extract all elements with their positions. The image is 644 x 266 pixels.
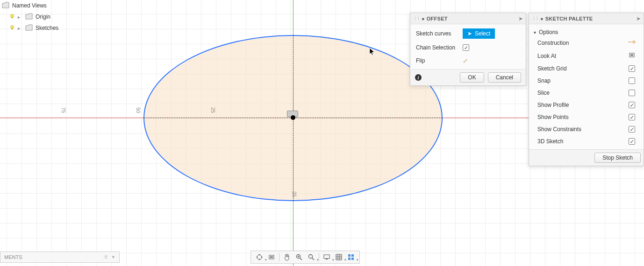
svg-point-0	[11, 14, 14, 17]
grid-settings-icon[interactable]	[333, 252, 344, 263]
svg-rect-29	[351, 258, 354, 260]
slice-checkbox[interactable]	[629, 90, 635, 96]
offset-panel: ⋮⋮ ● OFFSET ➤ Sketch curves ➤ Select Cha…	[410, 13, 526, 86]
svg-line-14	[300, 258, 302, 260]
show-points-checkbox[interactable]	[629, 114, 635, 120]
ellipse-center-point[interactable]	[291, 115, 295, 120]
axis-tick-75: 75	[61, 107, 66, 113]
browser-tree: Named Views Origin Sketches	[0, 0, 122, 34]
construction-label: Construction	[537, 40, 626, 46]
look-at-icon[interactable]	[629, 52, 635, 60]
svg-point-9	[259, 259, 260, 260]
three-d-sketch-checkbox[interactable]	[629, 138, 635, 145]
axis-tick-25: 25	[210, 107, 216, 113]
flip-icon[interactable]: ⤢	[463, 57, 468, 64]
grip-icon[interactable]: ⋮⋮	[413, 16, 420, 21]
svg-rect-27	[351, 254, 354, 257]
look-at-tool-icon[interactable]	[266, 252, 277, 263]
viewport-layout-icon[interactable]	[345, 252, 357, 263]
folder-icon	[25, 13, 33, 21]
chain-selection-checkbox[interactable]	[463, 44, 469, 51]
comments-bar[interactable]: MENTS ⠿ ▼	[0, 252, 120, 263]
svg-rect-12	[270, 256, 273, 258]
svg-point-2	[11, 25, 14, 28]
grip-icon[interactable]: ⠿	[104, 255, 107, 260]
tree-label: Sketches	[36, 25, 58, 31]
snap-checkbox[interactable]	[629, 77, 635, 84]
svg-rect-3	[12, 28, 13, 29]
flip-label: Flip	[416, 57, 463, 64]
stop-sketch-button[interactable]: Stop Sketch	[594, 153, 641, 163]
select-button[interactable]: ➤ Select	[463, 28, 495, 39]
show-profile-checkbox[interactable]	[629, 102, 635, 108]
panel-header[interactable]: ⋮⋮ ● SKETCH PALETTE ➤	[529, 13, 644, 24]
chevron-down-icon[interactable]: ▼	[111, 255, 115, 259]
orbit-tool-icon[interactable]	[254, 252, 265, 263]
svg-rect-20	[326, 259, 328, 259]
tree-item-sketches[interactable]: Sketches	[0, 22, 122, 34]
options-header-label: Options	[539, 29, 558, 35]
svg-line-18	[312, 258, 315, 260]
display-settings-icon[interactable]	[321, 252, 332, 263]
pointer-icon: ➤	[467, 30, 472, 37]
ok-button[interactable]: OK	[460, 72, 484, 83]
bulb-icon	[9, 25, 15, 32]
construction-icon[interactable]	[628, 39, 636, 46]
bullet-icon: ●	[540, 16, 544, 21]
comments-label: MENTS	[4, 254, 22, 260]
collapse-icon[interactable]: ➤	[518, 15, 523, 22]
svg-point-7	[259, 254, 260, 255]
show-profile-label: Show Profile	[537, 102, 626, 108]
svg-rect-26	[348, 254, 351, 257]
sketch-grid-checkbox[interactable]	[629, 65, 635, 72]
axis-tick-50: 50	[136, 107, 141, 113]
pan-tool-icon[interactable]	[281, 252, 293, 263]
show-constraints-checkbox[interactable]	[629, 126, 635, 133]
grip-icon[interactable]: ⋮⋮	[532, 16, 538, 21]
sketch-curves-label: Sketch curves	[416, 30, 463, 37]
tree-item-origin[interactable]: Origin	[0, 11, 122, 22]
tree-item-named-views[interactable]: Named Views	[0, 0, 122, 11]
options-section-header[interactable]: Options	[529, 26, 644, 36]
slice-label: Slice	[537, 90, 626, 96]
panel-header[interactable]: ⋮⋮ ● OFFSET ➤	[410, 13, 526, 24]
show-points-label: Show Points	[537, 114, 626, 120]
info-icon[interactable]: i	[415, 74, 422, 81]
sketch-grid-label: Sketch Grid	[537, 65, 626, 72]
folder-icon	[2, 2, 9, 10]
panel-title: SKETCH PALETTE	[545, 16, 634, 21]
svg-point-17	[309, 255, 313, 259]
tree-label: Origin	[36, 14, 50, 20]
svg-rect-1	[12, 17, 13, 18]
folder-icon	[25, 24, 33, 32]
select-label: Select	[475, 30, 490, 37]
bullet-icon: ●	[422, 16, 425, 21]
svg-rect-5	[630, 54, 633, 56]
expand-icon[interactable]	[18, 14, 22, 19]
svg-point-10	[257, 257, 258, 258]
zoom-window-tool-icon[interactable]	[306, 252, 317, 263]
svg-rect-19	[324, 255, 329, 259]
look-at-label: Look At	[537, 53, 626, 59]
bulb-icon	[9, 14, 15, 21]
tree-label: Named Views	[12, 2, 47, 9]
axis-tick-25-v: 25	[292, 191, 297, 197]
svg-rect-21	[336, 254, 342, 260]
sketch-palette-panel: ⋮⋮ ● SKETCH PALETTE ➤ Options Constructi…	[529, 13, 644, 166]
expand-icon[interactable]	[18, 26, 22, 30]
collapse-icon[interactable]: ➤	[636, 15, 641, 22]
snap-label: Snap	[537, 77, 626, 84]
three-d-sketch-label: 3D Sketch	[537, 138, 626, 145]
cancel-button[interactable]: Cancel	[488, 72, 521, 83]
svg-rect-28	[348, 258, 351, 260]
zoom-tool-icon[interactable]	[293, 252, 305, 263]
panel-title: OFFSET	[427, 16, 516, 21]
svg-point-6	[257, 255, 262, 259]
svg-point-8	[261, 257, 262, 258]
chain-selection-label: Chain Selection	[416, 44, 463, 51]
show-constraints-label: Show Constraints	[537, 126, 626, 133]
view-toolbar	[250, 251, 360, 264]
